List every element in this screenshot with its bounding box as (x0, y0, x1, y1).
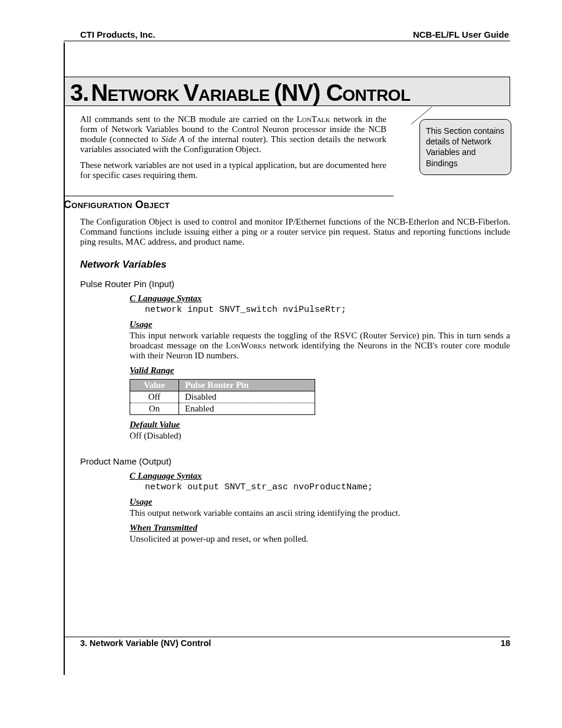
table-header-value: Value (130, 380, 179, 391)
lontalk-term: LonTalk (297, 114, 330, 124)
table-cell: On (130, 403, 179, 415)
field-label-usage: Usage (130, 497, 510, 507)
footer-page-number: 18 (501, 638, 510, 648)
valid-range-table: Value Pulse Router Pin Off Disabled On E… (130, 379, 315, 415)
field-label-when-transmitted: When Transmitted (130, 523, 510, 533)
nv-heading-pulse-router-pin: Pulse Router Pin (Input) (80, 279, 510, 289)
chapter-title-part: ETWORK (107, 86, 183, 104)
field-label-syntax: C Language Syntax (130, 471, 510, 481)
chapter-title-part: N (91, 80, 108, 106)
subsection-heading-network-variables: Network Variables (80, 259, 510, 271)
nv-heading-product-name: Product Name (Output) (80, 456, 510, 466)
usage-body-nv1: This input network variable requests the… (130, 331, 510, 361)
intro-paragraph-1: All commands sent to the NCB module are … (80, 114, 386, 154)
code-syntax-nv1: network input SNVT_switch nviPulseRtr; (145, 305, 510, 315)
header-left: CTI Products, Inc. (80, 29, 156, 39)
intro-text: All commands sent to the NCB module are … (80, 114, 386, 180)
field-label-usage: Usage (130, 319, 510, 330)
page: CTI Products, Inc. NCB-EL/FL User Guide … (0, 0, 562, 675)
table-header-pin: Pulse Router Pin (179, 380, 315, 391)
when-transmitted-body: Unsolicited at power-up and reset, or wh… (130, 534, 510, 544)
footer-left: 3. Network Variable (NV) Control (80, 638, 211, 648)
table-cell: Off (130, 391, 179, 403)
intro-section: All commands sent to the NCB module are … (80, 114, 510, 180)
table-cell: Disabled (179, 391, 315, 403)
table-row: Off Disabled (130, 391, 315, 403)
side-a-term: Side A (161, 134, 185, 144)
code-syntax-nv2: network output SNVT_str_asc nvoProductNa… (145, 482, 510, 492)
text: All commands sent to the NCB module are … (80, 114, 297, 124)
page-footer: 3. Network Variable (NV) Control 18 (64, 637, 510, 648)
intro-paragraph-2: These network variables are not used in … (80, 160, 386, 180)
config-object-paragraph: The Configuration Object is used to cont… (80, 217, 510, 247)
header-right: NCB-EL/FL User Guide (413, 29, 509, 39)
chapter-title-part: ARIABLE (199, 86, 274, 104)
usage-body-nv2: This output network variable contains an… (130, 508, 510, 518)
callout-box: This Section contains details of Network… (419, 119, 511, 175)
default-value-body: Off (Disabled) (130, 431, 510, 441)
field-label-default-value: Default Value (130, 420, 510, 430)
chapter-title: 3. NETWORK VARIABLE (NV) CONTROL (64, 77, 510, 106)
field-label-valid-range: Valid Range (130, 365, 510, 375)
page-header: CTI Products, Inc. NCB-EL/FL User Guide (64, 29, 510, 41)
chapter-number: 3. (70, 80, 88, 106)
chapter-title-part: ONTROL (342, 86, 410, 104)
field-label-syntax: C Language Syntax (130, 294, 510, 304)
chapter-title-part: V (183, 80, 199, 106)
table-cell: Enabled (179, 403, 315, 415)
table-header-row: Value Pulse Router Pin (130, 380, 315, 391)
config-object-body: The Configuration Object is used to cont… (80, 217, 510, 247)
table-row: On Enabled (130, 403, 315, 415)
chapter-title-part: (NV) C (274, 80, 342, 106)
vertical-rule (64, 42, 65, 675)
section-heading-config-object: Configuration Object (64, 196, 394, 211)
lonworks-term: LonWorks (226, 341, 266, 350)
